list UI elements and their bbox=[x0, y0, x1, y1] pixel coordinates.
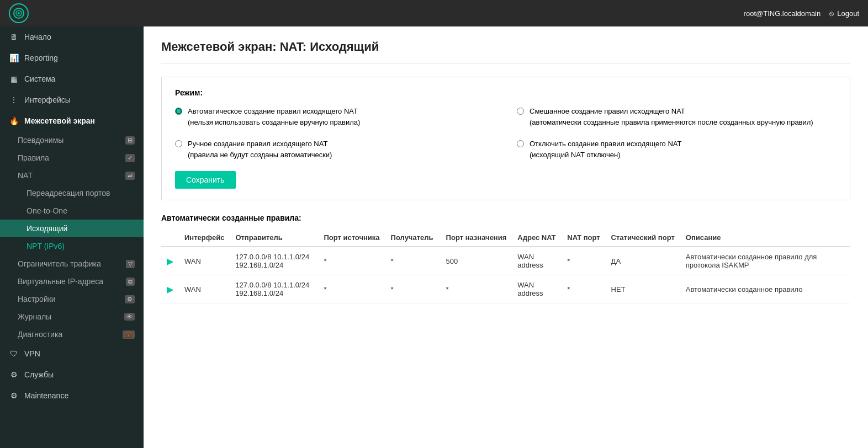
mode-mixed-line1: Смешанное создание правил исходящего NAT bbox=[530, 107, 685, 115]
row-play-icon[interactable]: ▶ bbox=[161, 247, 179, 275]
check-icon: ✓ bbox=[125, 154, 135, 162]
sidebar-label-one-to-one: One-to-One bbox=[27, 206, 67, 215]
sidebar-label-settings: Настройки bbox=[18, 295, 56, 303]
sidebar-label-vpn: VPN bbox=[24, 349, 40, 358]
svg-point-2 bbox=[18, 12, 20, 14]
row-port-dst: * bbox=[441, 275, 512, 303]
col-header-nat-port: NAT порт bbox=[562, 229, 605, 247]
monitor-icon: 🖥 bbox=[9, 32, 19, 42]
sidebar-item-services[interactable]: ⚙ Службы bbox=[0, 364, 144, 385]
mode-auto-line1: Автоматическое создание правил исходящег… bbox=[188, 107, 358, 115]
sidebar-label-services: Службы bbox=[24, 370, 54, 379]
mode-auto-line2: (нельзя использовать созданные вручную п… bbox=[188, 118, 360, 126]
col-header-static-port: Статический порт bbox=[606, 229, 680, 247]
mode-manual-line1: Ручное создание правил исходящего NAT bbox=[188, 140, 327, 148]
col-header-port-dst: Порт назначения bbox=[441, 229, 512, 247]
logout-button[interactable]: ⎋ Logout bbox=[829, 9, 859, 18]
sidebar-label-system: Система bbox=[24, 74, 55, 83]
page-title: Межсетевой экран: NAT: Исходящий bbox=[161, 40, 850, 63]
sidebar-item-logs[interactable]: Журналы 👁 bbox=[0, 308, 144, 326]
mode-option-mixed[interactable]: Смешанное создание правил исходящего NAT… bbox=[517, 106, 837, 127]
current-user: root@TING.localdomain bbox=[744, 9, 821, 18]
layers-icon: ⋮ bbox=[9, 95, 19, 105]
sidebar-item-rules[interactable]: Правила ✓ bbox=[0, 149, 144, 167]
row-port-src: * bbox=[318, 275, 385, 303]
sidebar-label-reporting: Reporting bbox=[24, 54, 58, 62]
maintenance-gear-icon: ⚙ bbox=[9, 391, 19, 401]
sidebar-item-maintenance[interactable]: ⚙ Maintenance bbox=[0, 385, 144, 406]
sidebar-item-npt-ipv6[interactable]: NPT (IPv6) bbox=[0, 237, 144, 255]
filter-icon: ▽ bbox=[126, 260, 135, 268]
col-header-sender: Отправитель bbox=[230, 229, 318, 247]
sidebar-item-settings[interactable]: Настройки ⚙ bbox=[0, 290, 144, 308]
sidebar-label-pseudonyms: Псевдонимы bbox=[18, 136, 63, 145]
sidebar-item-system[interactable]: ▦ Система bbox=[0, 68, 144, 89]
sidebar-item-traffic-limiter[interactable]: Ограничитель трафика ▽ bbox=[0, 255, 144, 273]
sidebar-item-interfaces[interactable]: ⋮ Интерфейсы bbox=[0, 89, 144, 110]
sidebar-label-maintenance: Maintenance bbox=[24, 391, 68, 400]
mode-disabled-line2: (исходящий NAT отключен) bbox=[530, 151, 621, 159]
sidebar-label-home: Начало bbox=[24, 33, 51, 41]
sidebar-label-firewall: Межсетевой экран bbox=[24, 116, 95, 125]
briefcase-icon: 💼 bbox=[123, 330, 135, 339]
sidebar-label-logs: Журналы bbox=[18, 312, 51, 321]
row-port-dst: 500 bbox=[441, 247, 512, 275]
fire-icon: 🔥 bbox=[9, 116, 19, 126]
sidebar-label-nat: NAT bbox=[18, 171, 33, 180]
sidebar-label-interfaces: Интерфейсы bbox=[24, 95, 71, 104]
sidebar-label-rules: Правила bbox=[18, 153, 49, 162]
mode-radio-auto[interactable] bbox=[175, 108, 182, 115]
eye-icon: 👁 bbox=[124, 313, 135, 321]
row-recipient: * bbox=[385, 275, 441, 303]
sidebar-item-pseudonyms[interactable]: Псевдонимы ⊞ bbox=[0, 131, 144, 149]
row-static-port: ДА bbox=[606, 247, 680, 275]
sidebar-item-virtual-ip[interactable]: Виртуальные IP-адреса ⧉ bbox=[0, 273, 144, 290]
sidebar: 🖥 Начало 📊 Reporting ▦ Система ⋮ Интерфе… bbox=[0, 26, 144, 448]
mode-radio-disabled[interactable] bbox=[517, 140, 524, 147]
sidebar-item-outgoing[interactable]: Исходящий bbox=[0, 220, 144, 237]
sidebar-label-npt-ipv6: NPT (IPv6) bbox=[27, 242, 65, 250]
chart-icon: 📊 bbox=[9, 53, 19, 63]
mode-radio-mixed[interactable] bbox=[517, 108, 524, 115]
mode-option-manual[interactable]: Ручное создание правил исходящего NAT (п… bbox=[175, 138, 495, 160]
row-play-icon[interactable]: ▶ bbox=[161, 275, 179, 303]
sidebar-item-firewall[interactable]: 🔥 Межсетевой экран bbox=[0, 110, 144, 131]
grid-icon: ▦ bbox=[9, 74, 19, 84]
row-interface: WAN bbox=[179, 247, 230, 275]
sidebar-label-diagnostics: Диагностика bbox=[18, 330, 62, 339]
sidebar-item-diagnostics[interactable]: Диагностика 💼 bbox=[0, 326, 144, 343]
row-nat-port: * bbox=[562, 247, 605, 275]
row-description: Автоматически созданное правило bbox=[680, 275, 850, 303]
sidebar-label-virtual-ip: Виртуальные IP-адреса bbox=[18, 277, 103, 286]
sidebar-item-vpn[interactable]: 🛡 VPN bbox=[0, 343, 144, 364]
sidebar-label-port-redirect: Переадресация портов bbox=[27, 189, 110, 198]
topbar-right: root@TING.localdomain ⎋ Logout bbox=[744, 9, 859, 18]
row-recipient: * bbox=[385, 247, 441, 275]
sidebar-item-home[interactable]: 🖥 Начало bbox=[0, 26, 144, 47]
row-interface: WAN bbox=[179, 275, 230, 303]
save-button[interactable]: Сохранить bbox=[175, 171, 236, 189]
app-logo bbox=[9, 3, 29, 23]
col-header-interface: Интерфейс bbox=[179, 229, 230, 247]
rules-table-body: ▶ WAN 127.0.0.0/8 10.1.1.0/24 192.168.1.… bbox=[161, 247, 850, 303]
sidebar-label-outgoing: Исходящий bbox=[27, 224, 67, 233]
mode-manual-line2: (правила не будут созданы автоматически) bbox=[188, 151, 332, 159]
row-description: Автоматически созданное правило для прот… bbox=[680, 247, 850, 275]
table-row: ▶ WAN 127.0.0.0/8 10.1.1.0/24 192.168.1.… bbox=[161, 247, 850, 275]
sidebar-item-one-to-one[interactable]: One-to-One bbox=[0, 202, 144, 220]
sidebar-item-nat[interactable]: NAT ⇌ bbox=[0, 167, 144, 184]
rules-table: Интерфейс Отправитель Порт источника Пол… bbox=[161, 229, 850, 303]
main-content: Межсетевой экран: NAT: Исходящий Режим: … bbox=[144, 26, 868, 448]
mode-mixed-line2: (автоматически созданные правила применя… bbox=[530, 118, 813, 126]
row-port-src: * bbox=[318, 247, 385, 275]
rules-section: Автоматически созданные правила: Интерфе… bbox=[161, 214, 850, 303]
sidebar-item-reporting[interactable]: 📊 Reporting bbox=[0, 47, 144, 68]
mode-disabled-line1: Отключить создание правил исходящего NAT bbox=[530, 140, 682, 148]
gear-icon: ⚙ bbox=[125, 295, 135, 303]
sidebar-item-port-redirect[interactable]: Переадресация портов bbox=[0, 184, 144, 202]
col-header-nat-addr: Адрес NAT bbox=[512, 229, 562, 247]
mode-radio-manual[interactable] bbox=[175, 140, 182, 147]
table-header-row: Интерфейс Отправитель Порт источника Пол… bbox=[161, 229, 850, 247]
mode-option-disabled[interactable]: Отключить создание правил исходящего NAT… bbox=[517, 138, 837, 160]
mode-option-auto[interactable]: Автоматическое создание правил исходящег… bbox=[175, 106, 495, 127]
